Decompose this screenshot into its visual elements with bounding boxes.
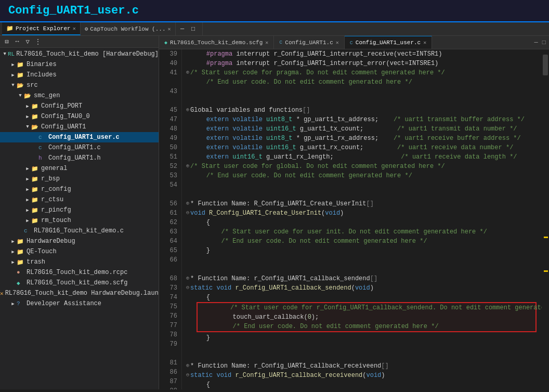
code-line-41: ⊕ /* Start user code for pragma. Do not … — [186, 68, 538, 77]
page-title: Config_UART1_user.c — [8, 4, 541, 17]
tree-item-r-ctsu[interactable]: ▶ 📁 r_ctsu — [0, 194, 159, 205]
hwdebug-label: HardwareDebug — [27, 238, 75, 245]
tree-item-general[interactable]: ▶ 📁 general — [0, 163, 159, 174]
tree-item-r-pincfg[interactable]: ▶ 📁 r_pincfg — [0, 205, 159, 215]
rbsp-label: r_bsp — [41, 175, 60, 182]
rctsu-icon: 📁 — [31, 197, 40, 203]
left-panel: ⊟ ↔ ▽ ⋮ ▼ RL RL78G16_Touch_kit_demo [Har… — [0, 36, 159, 389]
rcpc-label: RL78G16_Touch_kit_demo.rcpc — [27, 269, 127, 276]
includes-arrow: ▶ — [9, 72, 17, 78]
root-label: RL78G16_Touch_kit_demo [HardwareDebug] — [16, 50, 159, 58]
tree-item-launch[interactable]: ✕ RL78G16_Touch_kit_demo HardwareDebug.l… — [0, 288, 159, 298]
uart1c-tab-close[interactable]: ✕ — [336, 40, 339, 46]
code-line-75: /* Start user code for r_Config_UART1_ca… — [198, 303, 535, 312]
tree-item-dev-assist[interactable]: ▶ ? Developer Assistance — [0, 298, 159, 309]
code-line-73: ⊖ static void r_Config_UART1_callback_se… — [186, 283, 538, 293]
link-editor-btn[interactable]: ↔ — [12, 37, 22, 46]
smcgen-arrow: ▼ — [17, 93, 24, 98]
uart1user-tab-close[interactable]: ✕ — [423, 40, 426, 46]
scfg-tab-close[interactable]: ✕ — [265, 40, 268, 46]
uart1user-label: Config_UART1_user.c — [48, 134, 120, 141]
code-line-45: ⊕ Global variables and functions[] — [186, 106, 538, 115]
tree-item-config-uart1-h[interactable]: h Config_UART1.h — [0, 153, 159, 163]
tree-item-smc-gen[interactable]: ▼ 📂 smc_gen — [0, 90, 159, 101]
tree-root[interactable]: ▼ RL RL78G16_Touch_kit_demo [HardwareDeb… — [0, 49, 159, 59]
code-line-52: ⊕ /* Start user code for global. Do not … — [186, 162, 538, 171]
workspace: ⊟ ↔ ▽ ⋮ ▼ RL RL78G16_Touch_kit_demo [Har… — [0, 36, 549, 389]
code-line-47: extern volatile uint8_t * gp_uart1_tx_ad… — [186, 115, 538, 124]
code-area: 39 40 41 43 45 47 48 49 50 51 52 53 54 — [159, 49, 549, 389]
tree-item-rm-touch[interactable]: ▶ 📁 rm_touch — [0, 215, 159, 226]
code-line-78: } — [186, 333, 538, 343]
tree-item-r-config[interactable]: ▶ 📁 r_config — [0, 184, 159, 194]
panel-maximize-btn[interactable]: □ — [189, 24, 198, 34]
devassist-arrow: ▶ — [9, 301, 17, 307]
qetouch-label: QE-Touch — [27, 248, 57, 255]
cfgport-icon: 📁 — [31, 103, 40, 110]
tab-project-explorer-label: Project Explorer — [16, 25, 71, 32]
smcgen-label: smc_gen — [34, 92, 60, 99]
tab-project-explorer-close[interactable]: ✕ — [73, 25, 76, 32]
qetouch-arrow: ▶ — [9, 249, 17, 255]
yellow-marker-2 — [544, 270, 548, 272]
code-line-40: #pragma interrupt r_Config_UART1_interru… — [186, 59, 538, 68]
trash-icon: 📁 — [17, 259, 25, 266]
scfg-tab-icon: ◆ — [164, 40, 167, 46]
tree-item-config-port[interactable]: ▶ 📁 Config_PORT — [0, 101, 159, 111]
main-container: 📁 Project Explorer ✕ ⚙ CapTouch Workflow… — [0, 22, 549, 389]
binaries-label: Binaries — [27, 61, 57, 68]
tree-item-config-uart1-user-c[interactable]: c Config_UART1_user.c — [0, 132, 159, 142]
scrollbar-thumb[interactable] — [543, 55, 548, 75]
launch-icon: ✕ — [0, 290, 4, 297]
rctsu-arrow: ▶ — [24, 197, 31, 203]
tree-item-binaries[interactable]: ▶ 📁 Binaries — [0, 59, 159, 70]
cfguart-label: Config_UART1 — [41, 123, 86, 130]
code-line-74: { — [186, 293, 538, 302]
tab-captouch-label: CapTouch Workflow (... — [90, 26, 165, 32]
hwdebug-arrow: ▶ — [9, 239, 17, 244]
tree-item-rl78-main-c[interactable]: c RL78G16_Touch_kit_demo.c — [0, 226, 159, 236]
rconfig-arrow: ▶ — [24, 187, 31, 192]
editor-minimize-btn[interactable]: — — [533, 38, 539, 47]
editor-maximize-btn[interactable]: □ — [541, 38, 547, 47]
editor-tab-config-uart1user[interactable]: c Config_UART1_user.c ✕ — [345, 36, 432, 49]
tree-item-hardware-debug[interactable]: ▶ 📁 HardwareDebug — [0, 236, 159, 246]
filter-btn[interactable]: ▽ — [23, 37, 32, 46]
collapse-all-btn[interactable]: ⊟ — [2, 37, 11, 46]
tree-item-config-tau0[interactable]: ▶ 📁 Config_TAU0_0 — [0, 111, 159, 122]
code-line-77: /* End user code. Do not edit comment ge… — [198, 322, 535, 331]
rctsu-label: r_ctsu — [41, 196, 63, 203]
uart1user-tab-label: Config_UART1_user.c — [356, 40, 421, 46]
tree-item-includes[interactable]: ▶ 📁 Includes — [0, 70, 159, 80]
tree-item-config-uart1-c[interactable]: c Config_UART1.c — [0, 142, 159, 153]
tree-item-trash[interactable]: ▶ 📁 trash — [0, 257, 159, 267]
hwdebug-icon: 📁 — [17, 238, 25, 245]
tree-item-src[interactable]: ▼ 📂 src — [0, 80, 159, 90]
file-tree: ▼ RL RL78G16_Touch_kit_demo [HardwareDeb… — [0, 48, 159, 389]
title-bar: Config_UART1_user.c — [0, 0, 549, 22]
line-numbers: 39 40 41 43 45 47 48 49 50 51 52 53 54 — [159, 49, 182, 389]
cfguart-icon: 📂 — [31, 124, 40, 130]
cfgport-label: Config_PORT — [41, 102, 82, 110]
mainc-icon: c — [24, 228, 32, 234]
uart1c-icon: c — [38, 145, 47, 151]
tab-project-explorer[interactable]: 📁 Project Explorer ✕ — [2, 22, 81, 35]
tree-item-qe-touch[interactable]: ▶ 📁 QE-Touch — [0, 246, 159, 257]
panel-minimize-btn[interactable]: — — [178, 24, 187, 34]
tree-item-r-bsp[interactable]: ▶ 📁 r_bsp — [0, 174, 159, 184]
code-line-65: } — [186, 246, 538, 255]
editor-tab-config-uart1c[interactable]: c Config_UART1.c ✕ — [274, 36, 344, 49]
rpincfg-icon: 📁 — [31, 207, 40, 214]
includes-icon: 📁 — [17, 72, 25, 79]
code-content[interactable]: #pragma interrupt r_Config_UART1_interru… — [182, 49, 542, 389]
code-line-43 — [186, 87, 538, 96]
view-menu-btn[interactable]: ⋮ — [33, 37, 43, 46]
editor-scrollbar[interactable] — [542, 49, 549, 389]
tree-item-scfg[interactable]: ◆ RL78G16_Touch_kit_demo.scfg — [0, 278, 159, 288]
tab-captouch-close[interactable]: ✕ — [168, 26, 171, 32]
tree-item-rcpc[interactable]: ● RL78G16_Touch_kit_demo.rcpc — [0, 267, 159, 278]
mainc-label: RL78G16_Touch_kit_demo.c — [34, 227, 124, 234]
tab-captouch-workflow[interactable]: ⚙ CapTouch Workflow (... ✕ — [81, 22, 176, 35]
editor-tab-scfg[interactable]: ◆ RL78G16_Touch_kit_demo.scfg ✕ — [159, 36, 274, 49]
tree-item-config-uart1[interactable]: ▼ 📂 Config_UART1 — [0, 122, 159, 132]
